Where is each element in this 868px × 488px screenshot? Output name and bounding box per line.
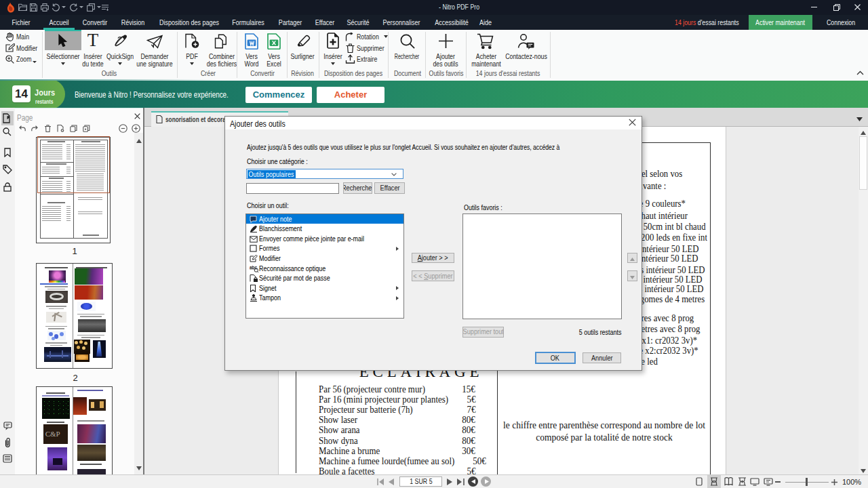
svg-text:a̲b̲c̲: a̲b̲c̲ <box>250 265 258 270</box>
svg-text:T: T <box>87 33 99 49</box>
